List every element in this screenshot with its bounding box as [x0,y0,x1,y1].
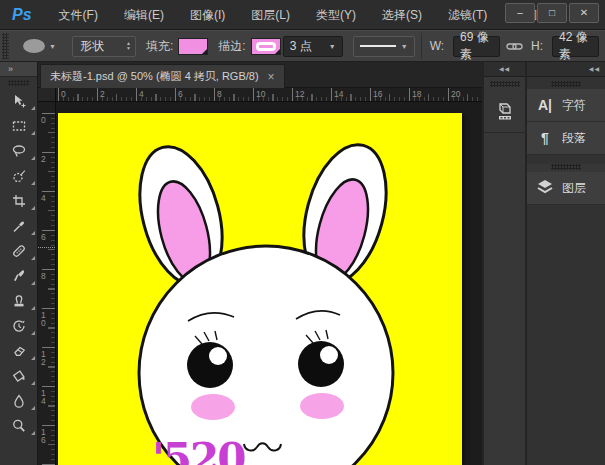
flyout-arrow-icon [31,231,35,235]
v-ruler-label-10: 10 [41,311,50,327]
h-ruler-label-10: 10 [256,89,265,99]
close-button[interactable]: ✕ [569,3,599,23]
tool-preset-picker[interactable]: ▼ [17,37,62,55]
menu-bar: Ps 文件(F)编辑(E)图像(I)图层(L)类型(Y)选择(S)滤镜(T)视图… [0,0,605,30]
blur-tool-button[interactable] [0,388,38,413]
shape-width-input[interactable]: 69 像素 [453,36,500,57]
flyout-arrow-icon [31,331,35,335]
v-ruler-label-16: 16 [41,428,50,444]
menu-item-1[interactable]: 文件(F) [46,0,111,30]
panel-grip[interactable] [490,81,520,87]
eraser-tool-icon [11,343,27,359]
3d-panel-button[interactable] [484,89,525,133]
tab-close-icon[interactable]: × [268,72,275,82]
crop-tool-icon [11,193,27,209]
bunny-right-eye-highlight [320,346,338,364]
flyout-arrow-icon [31,106,35,110]
stroke-style-preview-icon [256,42,276,51]
eraser-tool-button[interactable] [0,338,38,363]
chevron-down-icon: ▼ [49,43,56,50]
stroke-width-input[interactable]: 3 点 ▼ [283,36,343,57]
window-controls: –□✕ [505,3,599,23]
flyout-arrow-icon [31,356,35,360]
shape-height-value: 42 像素 [559,29,592,63]
menu-item-5[interactable]: 类型(Y) [303,0,369,30]
maximize-button[interactable]: □ [537,3,567,23]
flyout-arrow-icon [31,381,35,385]
stroke-type-select[interactable]: ▼ [353,36,415,57]
crop-tool-button[interactable] [0,188,38,213]
photoshop-logo: Ps [0,6,46,24]
stroke-width-value: 3 点 [290,38,312,55]
flyout-arrow-icon [31,131,35,135]
menu-item-4[interactable]: 图层(L) [238,0,303,30]
paint-bucket-tool-icon [11,368,27,384]
rectangular-marquee-tool-button[interactable] [0,113,38,138]
h-ruler-label-8: 8 [217,89,222,99]
rectangular-marquee-tool-icon [11,118,27,134]
paint-bucket-tool-button[interactable] [0,363,38,388]
quick-selection-tool-button[interactable] [0,163,38,188]
flyout-arrow-icon [31,281,35,285]
lasso-tool-icon [11,143,27,159]
stroke-label: 描边: [218,38,245,55]
eyedropper-tool-icon [11,218,27,234]
move-tool-icon [11,93,27,109]
bunny-right-eye [298,341,344,387]
menu-item-6[interactable]: 选择(S) [369,0,435,30]
toolbox: » [0,62,38,465]
flyout-arrow-icon [31,256,35,260]
dodge-tool-icon [11,418,27,434]
history-brush-tool-button[interactable] [0,313,38,338]
clone-stamp-tool-icon [11,293,27,309]
shape-height-input[interactable]: 42 像素 [552,36,599,57]
v-ruler-label-0: 0 [41,116,50,124]
canvas[interactable]: '520 [58,113,462,465]
vertical-ruler: 0246810121416 [38,102,56,465]
h-ruler-label-20: 20 [451,89,460,99]
ellipse-tool-icon [23,39,45,53]
paragraph-panel-button[interactable]: ¶ 段落 [527,122,605,155]
toolbox-expand-button[interactable]: » [0,62,37,77]
lasso-tool-button[interactable] [0,138,38,163]
minimize-button[interactable]: – [505,3,535,23]
icon-panel-column: ◀◀ [484,62,525,465]
options-bar-grip[interactable] [2,33,9,59]
3d-panel-icon [494,100,516,122]
document-title: 未标题-1.psd @ 50% (椭圆 4 拷贝, RGB/8) [50,69,259,84]
menu-item-7[interactable]: 滤镜(T) [435,0,500,30]
layers-panel-icon [536,179,554,198]
history-brush-tool-icon [11,318,27,334]
quick-selection-tool-icon [11,168,27,184]
collapse-panel-button[interactable]: ◀◀ [484,62,525,77]
panel-grip[interactable] [551,81,581,87]
label-panel-column: ◀◀ A| 字符 ¶ 段落 [527,62,605,465]
document-tab[interactable]: 未标题-1.psd @ 50% (椭圆 4 拷贝, RGB/8) × [40,64,285,88]
v-ruler-label-12: 12 [41,350,50,366]
bunny-right-cheek [300,393,344,419]
stroke-color-swatch[interactable] [251,38,281,55]
menu-item-2[interactable]: 编辑(E) [111,0,177,30]
spot-healing-brush-tool-button[interactable] [0,238,38,263]
ruler-corner[interactable] [38,88,56,102]
eyedropper-tool-button[interactable] [0,213,38,238]
fill-color-swatch[interactable] [178,38,208,55]
dodge-tool-button[interactable] [0,413,38,438]
menu-items: 文件(F)编辑(E)图像(I)图层(L)类型(Y)选择(S)滤镜(T)视图(V) [46,0,567,29]
menu-item-3[interactable]: 图像(I) [177,0,238,30]
blur-tool-icon [11,393,27,409]
layers-panel-button[interactable]: 图层 [527,172,605,205]
document-tab-bar: 未标题-1.psd @ 50% (椭圆 4 拷贝, RGB/8) × [38,62,482,88]
clone-stamp-tool-button[interactable] [0,288,38,313]
toolbox-grip[interactable] [8,80,30,86]
tool-mode-select[interactable]: 形状 ▲▼ [72,36,136,57]
move-tool-button[interactable] [0,88,38,113]
collapse-panel-button[interactable]: ◀◀ [527,62,605,77]
character-panel-button[interactable]: A| 字符 [527,89,605,122]
link-dimensions-icon[interactable] [506,41,523,52]
flyout-arrow-icon [31,181,35,185]
fill-label: 填充: [146,38,173,55]
panel-grip[interactable] [551,164,581,170]
h-ruler-label-16: 16 [373,89,382,99]
brush-tool-button[interactable] [0,263,38,288]
